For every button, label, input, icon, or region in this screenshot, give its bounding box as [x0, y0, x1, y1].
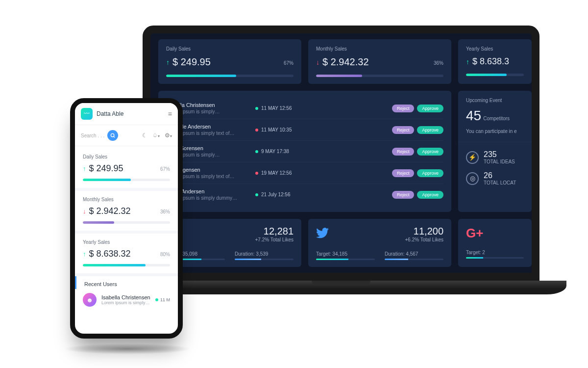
laptop-base: [116, 281, 566, 294]
arrow-down-icon: ↓: [316, 58, 319, 66]
reject-button[interactable]: Reject: [392, 169, 415, 177]
meta-label: Duration:: [235, 251, 255, 257]
meta-value: 3,539: [256, 251, 268, 257]
reject-button[interactable]: Reject: [392, 191, 415, 199]
progress-bar: [466, 74, 524, 76]
card-title: Yearly Sales: [83, 239, 170, 245]
upcoming-note: You can participate in e: [466, 129, 524, 134]
twitter-icon: [316, 227, 329, 242]
arrow-down-icon: ↓: [83, 208, 86, 215]
table-row[interactable]: Isabella ChristensenLorem Ipsum is simpl…: [166, 98, 443, 119]
card-percent: 80%: [160, 252, 170, 257]
social-delta: +7.2% Total Likes: [255, 237, 294, 242]
bolt-icon: ⚡: [466, 151, 479, 164]
phone-header: 〰 Datta Able ≡: [75, 103, 178, 125]
search-input[interactable]: Search . . .: [81, 130, 137, 141]
app-brand: Datta Able: [97, 110, 164, 117]
progress-bar: [166, 75, 294, 77]
user-date: 11 MAY 12:56: [261, 105, 292, 111]
approve-button[interactable]: Approve: [417, 148, 443, 156]
card-daily-sales-mobile[interactable]: Daily Sales ↑$ 249.95 67%: [75, 148, 178, 188]
google-plus-icon: G+: [466, 226, 483, 241]
table-row[interactable]: Ida JorgensenLorem Ipsum is simply text …: [166, 162, 443, 184]
card-yearly-sales-mobile[interactable]: Yearly Sales ↑$ 8.638.32 80%: [75, 234, 178, 273]
card-title: Yearly Sales: [466, 46, 524, 52]
meta-label: Duration:: [385, 251, 405, 257]
arrow-up-icon: ↑: [166, 58, 170, 66]
svg-line-1: [114, 136, 115, 137]
status-dot-icon: [255, 129, 258, 131]
card-monthly-sales-mobile[interactable]: Monthly Sales ↓$ 2.942.32 36%: [75, 191, 178, 231]
table-row[interactable]: Mathilde AndersenLorem Ipsum is simply t…: [166, 119, 443, 141]
card-yearly-sales-desktop[interactable]: Yearly Sales ↑$ 8.638.3: [458, 39, 532, 84]
approve-button[interactable]: Approve: [417, 169, 443, 177]
search-placeholder: Search . . .: [81, 133, 104, 138]
status-dot-icon: [255, 107, 258, 110]
reject-button[interactable]: Reject: [392, 105, 415, 112]
progress-bar: [83, 179, 170, 181]
social-card-twitter[interactable]: 11,200 +6.2% Total Likes Target: 34,185 …: [308, 219, 451, 267]
status-dot-icon: [255, 150, 258, 153]
card-monthly-sales-desktop[interactable]: Monthly Sales ↓$ 2.942.32 36%: [308, 39, 451, 84]
stat-value: 235: [484, 150, 515, 159]
moon-icon[interactable]: ☾: [142, 132, 147, 139]
recent-users-panel: Isabella ChristensenLorem Ipsum is simpl…: [158, 91, 451, 212]
avatar: ☻: [83, 293, 97, 307]
phone-toolbar: Search . . . ☾ ♤▾ ⚙▾: [75, 125, 178, 146]
user-name: Isabella Christensen: [101, 294, 150, 300]
approve-button[interactable]: Approve: [417, 126, 443, 134]
card-title: Monthly Sales: [316, 46, 443, 52]
card-value: $ 8.638.32: [89, 249, 131, 259]
card-title: Daily Sales: [83, 154, 170, 159]
side-panel: Upcoming Event 45 Competitors You can pa…: [458, 91, 532, 212]
user-date: 9 MAY 17:38: [261, 149, 289, 154]
stat-locations[interactable]: ◎ 26 TOTAL LOCAT: [466, 171, 524, 185]
card-percent: 67%: [160, 166, 170, 172]
phone-mockup: 〰 Datta Able ≡ Search . . . ☾ ♤▾ ⚙▾ Dail…: [70, 98, 183, 339]
search-button[interactable]: [107, 130, 118, 141]
status-dot-icon: [155, 298, 158, 301]
social-card-googleplus[interactable]: G+ Target: 2: [458, 219, 532, 267]
arrow-up-icon: ↑: [466, 58, 469, 66]
progress-bar: [316, 75, 443, 77]
phone-shadow: [64, 343, 191, 354]
laptop-screen: Daily Sales ↑$ 249.95 67% Monthly Sales …: [143, 26, 539, 281]
user-subtitle: Lorem Ipsum is simply…: [101, 300, 150, 305]
laptop-mockup: Daily Sales ↑$ 249.95 67% Monthly Sales …: [116, 26, 566, 330]
meta-value: 35,098: [182, 251, 197, 257]
table-row[interactable]: Albert AndersenLorem Ipsum is simply dum…: [166, 184, 443, 205]
upcoming-count: 45: [466, 108, 481, 124]
card-daily-sales-desktop[interactable]: Daily Sales ↑$ 249.95 67%: [158, 39, 301, 84]
table-row[interactable]: Karla SorensenLorem Ipsum is simply…9 MA…: [166, 141, 443, 162]
card-value: $ 2.942.32: [322, 56, 369, 68]
card-value: $ 2.942.32: [89, 206, 131, 216]
status-dot-icon: [255, 172, 258, 175]
stat-label: TOTAL LOCAT: [484, 180, 516, 185]
card-title: Daily Sales: [166, 46, 294, 52]
user-date: 11 M: [160, 297, 170, 302]
list-item[interactable]: ☻ Isabella Christensen Lorem Ipsum is si…: [75, 289, 178, 311]
upcoming-event-card[interactable]: Upcoming Event 45 Competitors You can pa…: [466, 98, 524, 134]
bell-icon[interactable]: ♤▾: [152, 132, 160, 139]
arrow-up-icon: ↑: [83, 165, 86, 172]
card-value: $ 8.638.3: [472, 56, 509, 67]
menu-icon[interactable]: ≡: [168, 110, 172, 118]
approve-button[interactable]: Approve: [417, 105, 443, 112]
meta-label: Target:: [316, 251, 331, 257]
social-delta: +6.2% Total Likes: [405, 237, 443, 242]
upcoming-count-label: Competitors: [483, 116, 510, 121]
svg-point-0: [111, 133, 114, 136]
status-dot-icon: [255, 193, 258, 196]
gear-icon[interactable]: ⚙▾: [165, 132, 172, 139]
map-pin-icon: ◎: [466, 172, 479, 185]
reject-button[interactable]: Reject: [392, 126, 415, 134]
stat-label: TOTAL IDEAS: [484, 159, 515, 164]
user-date: 11 MAY 10:35: [261, 127, 292, 132]
stat-ideas[interactable]: ⚡ 235 TOTAL IDEAS: [466, 150, 524, 164]
user-date: 21 July 12:56: [261, 192, 291, 197]
card-percent: 36%: [160, 209, 170, 214]
approve-button[interactable]: Approve: [417, 191, 443, 199]
reject-button[interactable]: Reject: [392, 148, 415, 156]
meta-value: 2: [482, 250, 485, 255]
app-logo-icon[interactable]: 〰: [81, 108, 93, 120]
